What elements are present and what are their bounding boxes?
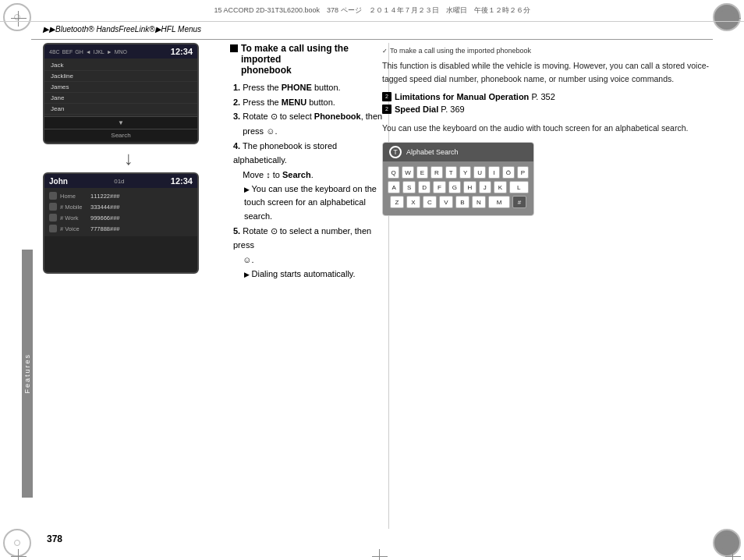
screen-contact-header: John 01d 12:34 — [44, 174, 197, 188]
screen-search-bar: ▼ — [44, 116, 197, 129]
link-item-1: 2 Limitations for Manual Operation P. 35… — [382, 92, 728, 101]
note-small-title: To make a call using the imported phoneb… — [382, 47, 728, 55]
key-w: W — [402, 166, 413, 179]
link-item-2: 2 Speed Dial P. 369 — [382, 105, 728, 114]
link-icon-2: 2 — [382, 105, 391, 114]
work-icon — [49, 214, 57, 222]
key-b: B — [455, 196, 469, 208]
key-e: E — [416, 166, 428, 179]
list-item: Jane — [44, 93, 197, 104]
link-icon-1: 2 — [382, 92, 391, 101]
key-s: S — [402, 181, 415, 193]
key-o: Ö — [502, 166, 514, 179]
key-p: P — [517, 166, 529, 179]
screen-time-top: 12:34 — [171, 47, 193, 56]
device-screen-bottom: John 01d 12:34 Home 111222### # Mobile 3… — [43, 172, 199, 274]
screen-header-top: 4BC BEF GH ◄ IJKL ► MNO 12:34 — [44, 44, 197, 58]
key-z: Z — [390, 196, 404, 208]
top-bar: 15 ACCORD 2D-31T3L6200.book 378 ページ ２０１４… — [0, 0, 744, 22]
key-n: N — [472, 196, 486, 208]
breadcrumb-line — [31, 39, 713, 40]
key-m: M — [488, 196, 510, 208]
key-u: U — [473, 166, 485, 179]
side-label-bar: Features — [22, 250, 33, 498]
sub-step-5: Dialing starts automatically. — [244, 268, 386, 282]
key-x: X — [406, 196, 420, 208]
main-instruction-title: To make a call using the importedphonebo… — [230, 43, 386, 76]
top-bar-text: 15 ACCORD 2D-31T3L6200.book 378 ページ ２０１４… — [9, 5, 735, 16]
keyboard-row-3: Z X C V B N M # — [388, 196, 529, 208]
mobile-icon — [49, 203, 57, 211]
keyboard-rows: Q W E R T Y U I Ö P A S D F G H J K L — [383, 161, 533, 215]
screen-tabs: 4BC BEF GH ◄ IJKL ► MNO — [49, 49, 127, 55]
contact-item: # Work 999666### — [44, 212, 197, 223]
device-screen-top: 4BC BEF GH ◄ IJKL ► MNO 12:34 Jack Jackl… — [43, 43, 199, 144]
key-q: Q — [388, 166, 399, 179]
contact-item: Home 111222### — [44, 190, 197, 201]
side-label: Features — [23, 353, 31, 394]
right-notes: To make a call using the imported phoneb… — [382, 47, 728, 529]
step-2: 2. Press the MENU button. — [233, 95, 386, 110]
keyboard-row-2: A S D F G H J K L — [388, 181, 529, 193]
list-item: Jack — [44, 60, 197, 71]
keyboard-row-1: Q W E R T Y U I Ö P — [388, 166, 529, 179]
main-steps: To make a call using the importedphonebo… — [230, 43, 386, 289]
key-h: H — [463, 181, 476, 193]
key-r: R — [430, 166, 442, 179]
left-screens: 4BC BEF GH ◄ IJKL ► MNO 12:34 Jack Jackl… — [43, 43, 214, 274]
black-square-icon — [230, 44, 238, 52]
note-body2: You can use the keyboard on the audio wi… — [382, 122, 728, 135]
key-a: A — [388, 181, 400, 193]
key-hash: # — [512, 196, 526, 208]
note-body: This function is disabled while the vehi… — [382, 59, 728, 86]
contact-item: # Mobile 333444### — [44, 201, 197, 212]
list-item: Jackline — [44, 71, 197, 82]
key-i: I — [488, 166, 500, 179]
keyboard-screen: T Alphabet Search Q W E R T Y U I Ö P A … — [382, 142, 534, 216]
key-d: D — [418, 181, 430, 193]
steps-list: 1. Press the PHONE button. 2. Press the … — [233, 80, 386, 281]
home-icon — [49, 192, 57, 200]
keyboard-title-bar: T Alphabet Search — [383, 143, 533, 161]
step-4: 4. The phonebook is stored alphabeticall… — [233, 139, 386, 183]
key-j: J — [479, 181, 491, 193]
key-f: F — [433, 181, 445, 193]
keyboard-title-icon: T — [389, 146, 402, 158]
contact-item: # Voice 777888### — [44, 223, 197, 234]
link-text-2: Speed Dial P. 369 — [395, 105, 465, 114]
corner-decoration-bl — [3, 529, 31, 557]
key-v: V — [439, 196, 453, 208]
key-g: G — [448, 181, 461, 193]
list-item: James — [44, 82, 197, 93]
corner-decoration-br — [713, 529, 741, 557]
key-c: C — [423, 196, 437, 208]
step-1: 1. Press the PHONE button. — [233, 80, 386, 95]
contact-list: Home 111222### # Mobile 333444### # Work… — [44, 188, 197, 236]
screen-search-label: Search — [44, 129, 197, 141]
sub-step-4: You can use the keyboard on the touch sc… — [244, 183, 386, 224]
screen-time-bottom: 12:34 — [171, 176, 193, 186]
page-number: 378 — [47, 533, 62, 544]
key-k: K — [494, 181, 506, 193]
voice-icon — [49, 225, 57, 232]
key-y: Y — [459, 166, 471, 179]
key-l: L — [509, 181, 529, 193]
contact-name: John — [49, 177, 68, 186]
breadcrumb: ▶▶Bluetooth® HandsFreeLink®▶HFL Menus — [43, 25, 201, 34]
link-text-1: Limitations for Manual Operation P. 352 — [395, 92, 555, 101]
list-item: Jean — [44, 104, 197, 115]
down-arrow: ↓ — [43, 144, 214, 172]
step-3: 3. Rotate ⊙ to select Phonebook, then pr… — [233, 109, 386, 138]
keyboard-title: Alphabet Search — [406, 148, 459, 156]
step-5: 5. Rotate ⊙ to select a number, then pre… — [233, 224, 386, 268]
screen-list: Jack Jackline James Jane Jean — [44, 58, 197, 116]
key-t: T — [445, 166, 457, 179]
